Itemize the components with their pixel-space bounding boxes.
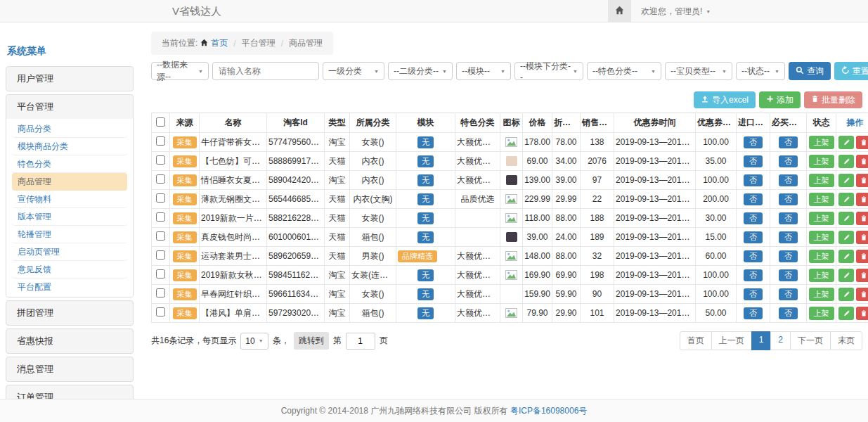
must-buy-toggle[interactable]: 否 <box>779 174 798 186</box>
sidebar-item-groupbuy-mgmt[interactable]: 拼团管理 <box>6 301 133 325</box>
sidebar-item-feedback[interactable]: 意见反馈 <box>12 261 127 279</box>
imported-toggle[interactable]: 否 <box>744 250 763 262</box>
must-buy-toggle[interactable]: 否 <box>779 136 798 148</box>
import-excel-button[interactable]: 导入excel <box>694 91 756 108</box>
sidebar-item-splash-mgmt[interactable]: 启动页管理 <box>12 243 127 261</box>
edit-button[interactable] <box>838 250 854 263</box>
must-buy-toggle[interactable]: 否 <box>779 231 798 243</box>
edit-button[interactable] <box>838 174 854 187</box>
delete-button[interactable] <box>856 231 868 244</box>
delete-button[interactable] <box>856 250 868 263</box>
row-checkbox[interactable] <box>156 193 165 203</box>
sidebar-item-platform-mgmt[interactable]: 平台管理 <box>6 95 133 119</box>
row-checkbox[interactable] <box>156 307 165 316</box>
sidebar-item-promo-material[interactable]: 宣传物料 <box>12 191 127 208</box>
delete-button[interactable] <box>856 174 868 187</box>
filter-select-feature[interactable]: --特色分类--▼ <box>587 62 661 80</box>
row-checkbox[interactable] <box>156 231 165 241</box>
edit-button[interactable] <box>838 193 854 206</box>
row-checkbox[interactable] <box>156 136 165 146</box>
status-button[interactable]: 上架 <box>809 269 834 282</box>
delete-button[interactable] <box>856 155 868 168</box>
must-buy-toggle[interactable]: 否 <box>779 250 798 262</box>
page-button-last[interactable]: 末页 <box>830 331 862 350</box>
home-button[interactable] <box>608 0 631 23</box>
edit-button[interactable] <box>838 212 854 225</box>
must-buy-toggle[interactable]: 否 <box>779 193 798 205</box>
must-buy-toggle[interactable]: 否 <box>779 288 798 300</box>
status-button[interactable]: 上架 <box>809 231 834 244</box>
sidebar-item-module-product-category[interactable]: 模块商品分类 <box>12 138 127 155</box>
edit-button[interactable] <box>838 269 854 282</box>
delete-button[interactable] <box>856 136 868 149</box>
delete-button[interactable] <box>856 193 868 206</box>
icp-link[interactable]: 粤ICP备16098006号 <box>510 406 587 416</box>
filter-select-category-l1[interactable]: 一级分类▼ <box>323 62 384 80</box>
page-button-next[interactable]: 下一页 <box>790 331 831 350</box>
imported-toggle[interactable]: 否 <box>744 193 763 205</box>
sidebar-item-product-mgmt[interactable]: 商品管理 <box>12 173 127 191</box>
sidebar-item-product-category[interactable]: 商品分类 <box>12 120 127 138</box>
delete-button[interactable] <box>856 307 868 320</box>
imported-toggle[interactable]: 否 <box>744 269 763 281</box>
batch-delete-button[interactable]: 批量删除 <box>804 91 862 108</box>
page-button-prev[interactable]: 上一页 <box>711 331 752 350</box>
status-button[interactable]: 上架 <box>809 288 834 301</box>
status-button[interactable]: 上架 <box>809 212 834 225</box>
page-size-select[interactable]: 10 ▼ <box>240 333 268 350</box>
breadcrumb-home-link[interactable]: 首页 <box>211 37 228 49</box>
jump-button[interactable]: 跳转到 <box>294 332 329 350</box>
filter-select-data-source[interactable]: --数据来源--▼ <box>151 62 209 80</box>
imported-toggle[interactable]: 否 <box>744 307 763 319</box>
edit-button[interactable] <box>838 231 854 244</box>
sidebar-item-feature-category[interactable]: 特色分类 <box>12 155 127 173</box>
row-checkbox[interactable] <box>156 155 165 165</box>
edit-button[interactable] <box>838 307 854 320</box>
must-buy-toggle[interactable]: 否 <box>779 307 798 319</box>
user-menu[interactable]: 欢迎您，管理员! ▼ <box>641 6 711 18</box>
add-button[interactable]: 添加 <box>759 91 801 108</box>
imported-toggle[interactable]: 否 <box>744 212 763 224</box>
page-button-first[interactable]: 首页 <box>680 331 712 350</box>
jump-page-input[interactable] <box>346 333 375 350</box>
sidebar-item-express-news[interactable]: 省惠快报 <box>6 329 133 353</box>
status-button[interactable]: 上架 <box>809 155 834 168</box>
edit-button[interactable] <box>838 136 854 149</box>
imported-toggle[interactable]: 否 <box>744 136 763 148</box>
status-button[interactable]: 上架 <box>809 193 834 206</box>
row-checkbox[interactable] <box>156 174 165 184</box>
row-checkbox[interactable] <box>156 250 165 260</box>
status-button[interactable]: 上架 <box>809 174 834 187</box>
filter-select-module-sub[interactable]: --模块下分类--▼ <box>514 62 583 80</box>
sidebar-item-version-mgmt[interactable]: 版本管理 <box>12 208 127 226</box>
imported-toggle[interactable]: 否 <box>744 231 763 243</box>
row-checkbox[interactable] <box>156 288 165 298</box>
edit-button[interactable] <box>838 155 854 168</box>
filter-select-status[interactable]: --状态--▼ <box>736 62 785 80</box>
imported-toggle[interactable]: 否 <box>744 155 763 167</box>
status-button[interactable]: 上架 <box>809 307 834 320</box>
status-button[interactable]: 上架 <box>809 136 834 149</box>
sidebar-item-message-mgmt[interactable]: 消息管理 <box>6 357 133 381</box>
edit-button[interactable] <box>838 288 854 301</box>
imported-toggle[interactable]: 否 <box>744 174 763 186</box>
must-buy-toggle[interactable]: 否 <box>779 155 798 167</box>
sidebar-item-user-mgmt[interactable]: 用户管理 <box>6 67 133 91</box>
filter-select-module[interactable]: --模块--▼ <box>456 62 511 80</box>
reset-button[interactable]: 重置 <box>834 62 868 80</box>
page-button-page-1[interactable]: 1 <box>751 331 772 350</box>
row-checkbox[interactable] <box>156 212 165 222</box>
status-button[interactable]: 上架 <box>809 250 834 263</box>
imported-toggle[interactable]: 否 <box>744 288 763 300</box>
page-button-page-2[interactable]: 2 <box>770 331 791 350</box>
filter-select-category-l2[interactable]: --二级分类--▼ <box>388 62 453 80</box>
filter-select-item-type[interactable]: --宝贝类型--▼ <box>665 62 732 80</box>
must-buy-toggle[interactable]: 否 <box>779 269 798 281</box>
search-button[interactable]: 查询 <box>789 62 831 80</box>
sidebar-item-carousel-mgmt[interactable]: 轮播管理 <box>12 226 127 243</box>
select-all-checkbox[interactable] <box>156 117 165 127</box>
delete-button[interactable] <box>856 212 868 225</box>
delete-button[interactable] <box>856 269 868 282</box>
must-buy-toggle[interactable]: 否 <box>779 212 798 224</box>
delete-button[interactable] <box>856 288 868 301</box>
